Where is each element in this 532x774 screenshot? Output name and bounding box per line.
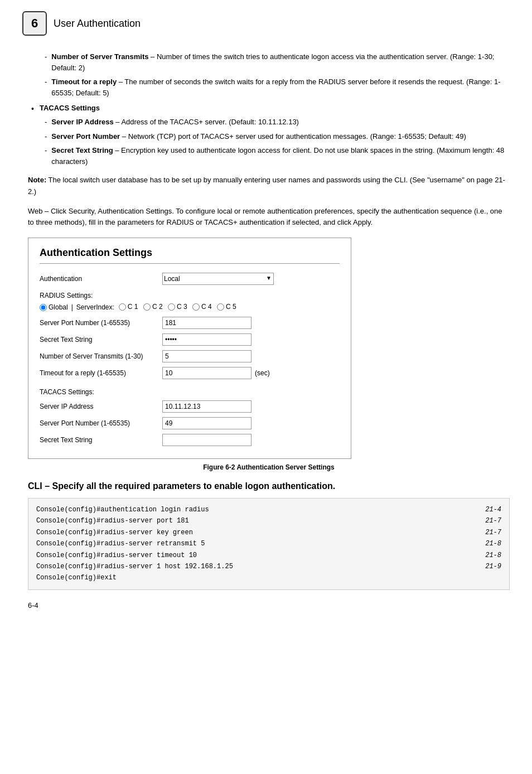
radius-secret-label: Secret Text String: [40, 336, 162, 344]
radius-global-row: Global | ServerIndex: C 1 C 2 C 3 C 4 C …: [40, 303, 340, 312]
radius-port-row: Server Port Number (1-65535): [40, 316, 340, 330]
cli-line-4: Console(config)#radius-server retransmit…: [36, 538, 501, 549]
cli-heading: CLI – Specify all the required parameter…: [28, 480, 510, 492]
tacacs-ip-row: Server IP Address: [40, 399, 340, 414]
web-block: Web – Click Security, Authentication Set…: [28, 206, 510, 229]
auth-row: Authentication Local ▼: [40, 272, 340, 286]
tacacs-bullet: • TACACS Settings: [28, 104, 510, 113]
radius-transmits-label: Number of Server Transmits (1-30): [40, 352, 162, 360]
tacacs-ip-input[interactable]: [162, 400, 252, 413]
list-item: - Server Port Number – Network (TCP) por…: [45, 131, 510, 142]
term-timeout: Timeout for a reply: [51, 78, 117, 86]
tacacs-header: TACACS Settings: [40, 104, 100, 112]
auth-select-wrapper[interactable]: Local ▼: [162, 273, 274, 285]
radius-secret-input[interactable]: [162, 333, 252, 346]
radius-transmits-row: Number of Server Transmits (1-30): [40, 349, 340, 364]
list-item: - Server IP Address – Address of the TAC…: [45, 117, 510, 128]
radio-option-c3[interactable]: C 3: [168, 303, 187, 311]
term-server-transmits: Number of Server Transmits: [51, 52, 148, 61]
tacacs-port-label: Server Port Number (1-65535): [40, 419, 162, 427]
global-radio[interactable]: [40, 304, 47, 311]
term-server-ip: Server IP Address: [51, 118, 113, 126]
cli-line-5: Console(config)#radius-server timeout 10…: [36, 550, 501, 561]
cli-line-6: Console(config)#radius-server 1 host 192…: [36, 561, 501, 572]
radius-port-label: Server Port Number (1-65535): [40, 319, 162, 327]
term-server-port: Server Port Number: [51, 132, 120, 141]
radio-option-c1[interactable]: C 1: [119, 303, 138, 311]
radio-option-c4[interactable]: C 4: [192, 303, 212, 311]
tacacs-secret-label: Secret Text String: [40, 436, 162, 444]
tacacs-subitems: - Server IP Address – Address of the TAC…: [28, 117, 510, 167]
cli-line-1: Console(config)#authentication login rad…: [36, 504, 501, 515]
page-header: 6 User Authentication: [22, 11, 510, 38]
auth-label: Authentication: [40, 275, 162, 283]
page-number: 6-4: [28, 601, 510, 609]
auth-select[interactable]: Local: [162, 273, 274, 285]
page-title: User Authentication: [54, 18, 141, 30]
radius-timeout-input[interactable]: [162, 367, 252, 379]
tacacs-port-row: Server Port Number (1-65535): [40, 416, 340, 430]
page-content: - Number of Server Transmits – Number of…: [22, 51, 510, 609]
radio-option-c2[interactable]: C 2: [143, 303, 163, 311]
note-block: Note: The local switch user database has…: [28, 175, 510, 198]
radius-section-label: RADIUS Settings:: [40, 292, 340, 299]
tacacs-port-input[interactable]: [162, 417, 252, 429]
auth-settings-box: Authentication Settings Authentication L…: [28, 238, 351, 459]
tacacs-secret-input[interactable]: [162, 434, 252, 446]
radius-timeout-label: Timeout for a reply (1-65535): [40, 369, 162, 377]
term-secret-text: Secret Text String: [51, 146, 113, 154]
chapter-icon: 6: [22, 11, 47, 36]
radius-timeout-row: Timeout for a reply (1-65535) (sec): [40, 366, 340, 380]
radius-port-input[interactable]: [162, 317, 252, 329]
cli-line-3: Console(config)#radius-server key green …: [36, 527, 501, 538]
cli-box: Console(config)#authentication login rad…: [28, 498, 510, 590]
note-label: Note:: [28, 176, 46, 184]
radius-secret-row: Secret Text String: [40, 332, 340, 347]
server-index-label: ServerIndex:: [76, 303, 114, 311]
radio-option-c5[interactable]: C 5: [217, 303, 236, 311]
list-item: - Number of Server Transmits – Number of…: [45, 51, 510, 73]
cli-line-7: Console(config)#exit: [36, 572, 501, 583]
tacacs-ip-label: Server IP Address: [40, 403, 162, 410]
note-text: The local switch user database has to be…: [28, 176, 505, 196]
cli-line-2: Console(config)#radius-server port 181 2…: [36, 515, 501, 526]
radius-subitems: - Number of Server Transmits – Number of…: [28, 51, 510, 98]
sec-unit-label: (sec): [255, 369, 270, 377]
list-item: - Secret Text String – Encryption key us…: [45, 145, 510, 167]
radius-transmits-input[interactable]: [162, 350, 252, 362]
auth-settings-title: Authentication Settings: [40, 247, 340, 264]
figure-caption: Figure 6-2 Authentication Server Setting…: [28, 463, 510, 471]
global-label: Global: [49, 303, 68, 311]
list-item: - Timeout for a reply – The number of se…: [45, 76, 510, 98]
tacacs-secret-row: Secret Text String: [40, 433, 340, 447]
tacacs-section-label: TACACS Settings:: [40, 388, 340, 396]
